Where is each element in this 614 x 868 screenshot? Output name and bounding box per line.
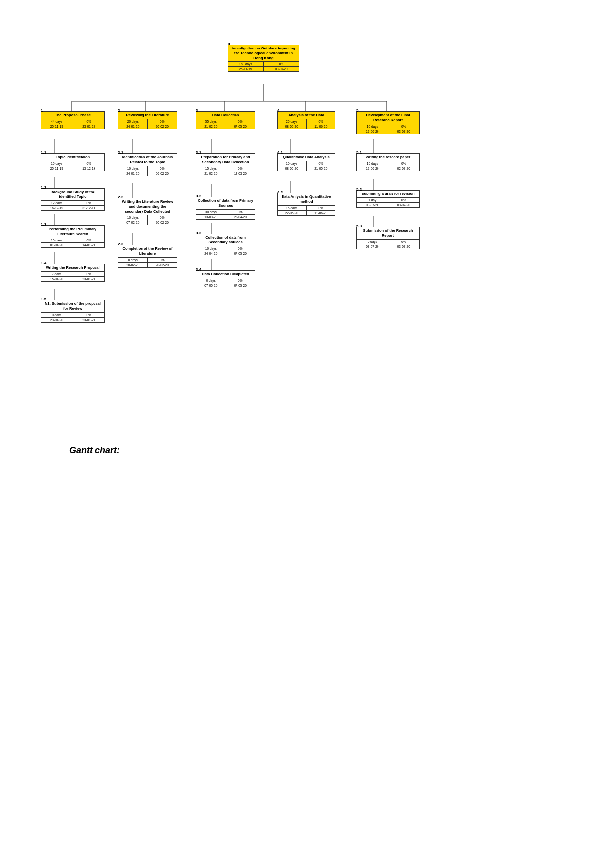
node-1-1-start: 25-11-19 <box>41 166 73 171</box>
node-3-3-start: 24-04-20 <box>196 251 226 256</box>
node-3-3-pct: 0% <box>226 246 255 251</box>
node-2-3-id: 2.3 <box>118 242 123 246</box>
node-3-3: Collection of data from Secondary source… <box>196 234 255 256</box>
node-4-2: Data Anlysis in Quantitative method 15 d… <box>277 193 335 216</box>
node-2-1: Identification of the Journals Related t… <box>118 153 177 176</box>
node-5-title: Development of the Final Reserahc Report <box>357 112 419 124</box>
node-3-1-days: 15 days <box>196 166 226 171</box>
node-3-4-pct: 0% <box>226 278 255 283</box>
root-days: 160 days <box>228 62 264 66</box>
node-3-start: 21-02-20 <box>196 124 226 129</box>
node-1-1-pct: 0% <box>73 161 105 166</box>
node-2-3-end: 20-02-20 <box>148 263 177 267</box>
connector-lines <box>10 20 604 426</box>
node-5-3-pct: 0% <box>388 240 420 244</box>
node-3-2-id: 3.2 <box>196 194 201 198</box>
node-1-2: Background Study of the identified Topic… <box>41 188 105 211</box>
node-5-2-days: 1 day <box>357 198 388 202</box>
node-5-3-id: 5.3 <box>356 224 362 228</box>
node-4-1-end: 21-05-20 <box>307 166 335 171</box>
node-1-5-id: 1.5 <box>41 297 46 301</box>
node-4-2-id: 4.2 <box>277 190 283 194</box>
node-4-2-title: Data Anlysis in Quantitative method <box>278 193 335 205</box>
node-3-3-end: 07-05-20 <box>226 251 255 256</box>
node-2-3-title: Completion of the Review of Literature <box>118 245 177 257</box>
node-2-3-days: 0 days <box>118 258 148 262</box>
node-5-3-end: 03-07-20 <box>388 244 420 249</box>
node-1-days: 44 days <box>41 119 73 124</box>
node-4-1: Qualitataive Data Analysis 10 days 0% 08… <box>277 153 335 171</box>
node-2-1-title: Identification of the Journals Related t… <box>118 154 177 166</box>
node-5-3-start: 03-07-20 <box>357 244 388 249</box>
node-5-1-pct: 0% <box>388 161 420 166</box>
node-3-4-end: 07-05-20 <box>226 283 255 288</box>
gantt-chart-label: Gantt chart: <box>69 445 604 456</box>
node-1-3-id: 1.3 <box>41 222 46 227</box>
node-1-end: 23-01-20 <box>73 124 105 129</box>
node-3-1-title: Preparation for Primary and Secondary Da… <box>196 154 255 166</box>
node-4-1-start: 08-05-20 <box>278 166 307 171</box>
root-node: investigation on Outblaze impacting the … <box>228 45 299 72</box>
node-2-3-pct: 0% <box>148 258 177 262</box>
node-1-4-end: 23-01-20 <box>73 277 105 281</box>
node-4-2-days: 15 days <box>278 206 307 210</box>
node-3-1-end: 12-03-20 <box>226 171 255 176</box>
node-1-1-title: Topic Identifictaion <box>41 154 104 161</box>
node-2-start: 24-01-20 <box>118 124 148 129</box>
node-2-1-id: 2.1 <box>118 150 123 155</box>
node-2: Reviewing the Literature 20 days 0% 24-0… <box>118 111 177 129</box>
node-3-1-id: 3.1 <box>196 150 201 155</box>
node-4-id: 4 <box>277 108 279 113</box>
node-1-3-start: 01-01-20 <box>41 243 73 247</box>
node-5-1-days: 15 days <box>357 161 388 166</box>
node-5-2-end: 03-07-20 <box>388 203 420 207</box>
node-1-5-pct: 0% <box>73 313 105 317</box>
node-1-3-pct: 0% <box>73 238 105 242</box>
node-4-2-end: 11-06-20 <box>307 211 335 215</box>
node-3-4-days: 0 days <box>196 278 226 283</box>
node-2-3-start: 20-02-20 <box>118 263 148 267</box>
node-1-4-pct: 0% <box>73 272 105 276</box>
node-5-3: Submission of the Research Report 0 days… <box>356 227 420 249</box>
node-1-2-id: 1.2 <box>41 185 46 190</box>
page: investigation on Outblaze impacting the … <box>0 0 614 868</box>
node-3-pct: 0% <box>226 119 255 124</box>
node-1: The Proposal Phase 44 days 0% 25-11-19 2… <box>41 111 105 129</box>
node-4-pct: 0% <box>307 119 335 124</box>
node-2-2-days: 10 days <box>118 215 148 220</box>
node-4-1-days: 10 days <box>278 161 307 166</box>
node-2-3: Completion of the Review of Literature 0… <box>118 245 177 268</box>
node-1-2-title: Background Study of the identified Topic <box>41 189 104 200</box>
root-end: 03-07-20 <box>264 67 299 71</box>
node-1-2-pct: 0% <box>73 201 105 205</box>
node-3-4-id: 3.4 <box>196 267 201 272</box>
node-5-id: 5 <box>356 108 358 113</box>
node-2-1-days: 10 days <box>118 166 148 171</box>
node-2-2-id: 2.2 <box>118 195 123 199</box>
node-5-start: 12-06-20 <box>357 129 388 134</box>
node-5-1: Writing the researc paper 15 days 0% 12-… <box>356 153 420 171</box>
node-3: Data Collection 55 days 0% 21-02-20 07-0… <box>196 111 255 129</box>
node-1-2-start: 16-12-19 <box>41 206 73 210</box>
node-2-2-start: 07-02-20 <box>118 220 148 225</box>
node-3-4-title: Data Collection Completed <box>196 271 255 278</box>
node-3-1-start: 21-02-20 <box>196 171 226 176</box>
node-2-title: Reviewing the Literature <box>118 112 177 119</box>
node-2-1-pct: 0% <box>148 166 177 171</box>
node-2-id: 2 <box>118 108 120 113</box>
node-2-1-end: 06-02-20 <box>148 171 177 176</box>
root-start: 25-11-19 <box>228 67 264 71</box>
node-1-4-days: 7 days <box>41 272 73 276</box>
node-1-2-days: 12 days <box>41 201 73 205</box>
node-5-2-start: 03-07-20 <box>357 203 388 207</box>
node-1-start: 25-11-19 <box>41 124 73 129</box>
node-1-5-days: 0 days <box>41 313 73 317</box>
node-1-1: Topic Identifictaion 15 days 0% 25-11-19… <box>41 153 105 171</box>
node-3-id: 3 <box>196 108 198 113</box>
node-1-4: Writing the Research Proposal 7 days 0% … <box>41 264 105 282</box>
node-1-3-end: 14-01-20 <box>73 243 105 247</box>
node-3-2-days: 30 days <box>196 210 226 214</box>
node-4-title: Analysis of the Data <box>278 112 335 119</box>
node-4-1-pct: 0% <box>307 161 335 166</box>
node-1-3-title: Performing the Preliminary Litertaure Se… <box>41 226 104 238</box>
